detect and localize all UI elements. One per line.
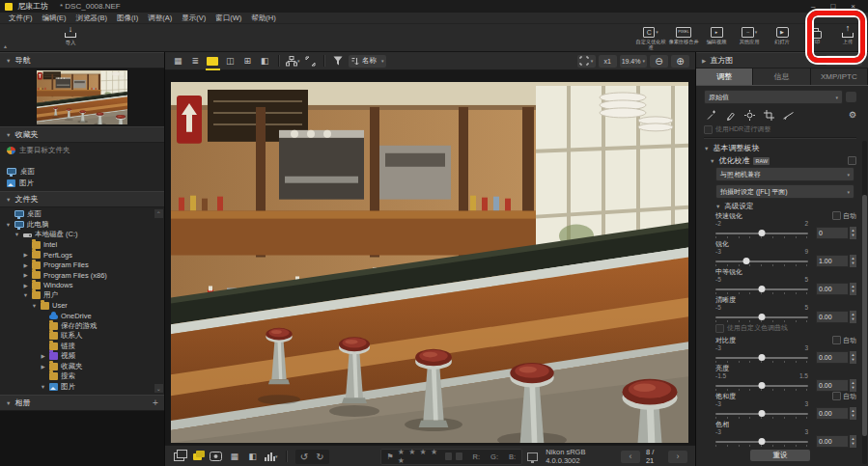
expander-icon[interactable]: ▶ [22,272,29,278]
menu-item-window[interactable]: 窗口(W) [210,14,246,23]
folder-tree-item[interactable]: ▶Windows [0,281,164,291]
slider-value-input[interactable]: 0.00 [816,283,849,295]
straighten-icon[interactable] [783,110,794,121]
menu-item-help[interactable]: 帮助(H) [246,14,280,23]
thumbnail-grid-view-icon[interactable]: ▦ [171,55,185,68]
add-album-button[interactable]: + [153,397,158,408]
slider-track[interactable] [715,357,808,359]
zoom-1to1-button[interactable]: x1 [599,55,617,68]
folder-tree-item[interactable]: ▼本地磁盘 (C:) [0,230,164,240]
folder-tree-item[interactable]: 搜索 [0,371,164,382]
slider-value-input[interactable]: 1.00 [816,255,849,267]
hdr-checkbox[interactable] [704,125,713,134]
split-screen-icon[interactable]: ◧ [246,451,260,463]
value-spinner[interactable]: ▲▼ [850,255,856,267]
folder-tree-item[interactable]: ▶PerfLogs [0,250,164,260]
grid-image-view-icon[interactable]: ⊞ [240,55,255,68]
star-rating[interactable]: ★ ★ ★ ★ ★ [398,448,441,465]
redo-button[interactable]: ↻ [316,452,323,462]
picture-control-header[interactable]: ▼ 优化校准 RAW [710,154,856,167]
menu-item-image[interactable]: 图像(I) [112,14,143,23]
folder-tree-item[interactable]: OneDrive [0,311,164,321]
folder-tree-item[interactable]: ▼此电脑 [0,220,164,231]
multi-image-icon[interactable] [173,451,186,463]
favorite-item-target-folder[interactable]: 主要目标文件夹 [0,145,164,156]
grid-overlay-icon[interactable]: ▦ [228,451,241,463]
folder-tree-item[interactable]: ▶Program Files (x86) [0,270,164,281]
custom-tone-curve-checkbox[interactable] [715,324,724,333]
folder-tree-item[interactable]: ▶收藏夹 [0,362,164,372]
close-button[interactable]: × [851,2,855,11]
undo-button[interactable]: ↺ [300,452,308,462]
menu-item-file[interactable]: 文件(F) [4,14,38,23]
expander-icon[interactable]: ▶ [22,262,29,268]
folder-tree-item[interactable]: ▶Program Files [0,260,164,271]
one-to-one-view-icon[interactable] [210,451,223,463]
version-dropdown[interactable]: 原始值 ▾ [704,90,843,104]
compare-images-icon[interactable] [191,451,205,463]
value-spinner[interactable]: ▲▼ [850,379,856,392]
zoom-percent-dropdown[interactable]: 19.4% ▾ [620,55,647,68]
folder-tree-item[interactable]: 保存的游戏 [0,321,164,332]
retouch-brush-icon[interactable] [725,110,736,121]
slider-value-input[interactable]: 0.00 [816,311,849,323]
zoom-in-button[interactable]: ⊕ [671,55,689,68]
fit-screen-button[interactable]: ▾ [577,55,596,68]
tab-xmp-iptc[interactable]: XMP/IPTC [811,69,868,85]
value-spinner[interactable]: ▲▼ [850,227,856,239]
slider-value-input[interactable]: 0 [816,227,849,239]
toolbar-button-picture-control[interactable]: C▾自定义优化校准 [634,26,667,50]
color-control-point-icon[interactable] [744,110,755,121]
folder-tree-item[interactable]: ▼用户 [0,290,164,301]
slider-track[interactable] [715,316,808,318]
tree-scroll-down-icon[interactable]: ⌄ [154,384,163,393]
expander-icon[interactable]: ▼ [5,222,12,228]
auto-checkbox[interactable] [832,392,841,400]
slider-track[interactable] [715,233,808,234]
menu-item-adjust[interactable]: 调整(A) [143,14,177,23]
favorite-item-desktop[interactable]: 桌面 [0,166,164,178]
picture-control-mode-dropdown[interactable]: 与照相机兼容 ▾ [715,167,854,181]
right-panel-scrollbar[interactable] [862,141,867,464]
basic-adjustments-group-header[interactable]: ▼ 基本调整板块 [704,142,856,154]
tab-info[interactable]: 信息 [753,69,810,85]
folders-panel-header[interactable]: ▼ 文件夹 [0,191,164,207]
slider-value-input[interactable]: 0.00 [816,351,849,364]
toolbar-button-pixel-merge[interactable]: PIXEL像素位移合并 [667,26,700,45]
slider-thumb[interactable] [759,314,766,320]
tab-adjustments[interactable]: 调整 [696,69,753,85]
slider-value-input[interactable]: 0.00 [816,407,849,420]
value-spinner[interactable]: ▲▼ [850,311,856,323]
thumbnail-list-view-icon[interactable]: ≣ [188,55,203,68]
picture-control-checkbox[interactable] [848,156,856,165]
value-spinner[interactable]: ▲▼ [850,283,856,295]
minimize-button[interactable]: – [811,2,815,11]
slider-track[interactable] [715,288,808,290]
value-spinner[interactable]: ▲▼ [850,435,856,448]
expander-icon[interactable]: ▼ [40,384,46,390]
slider-thumb[interactable] [759,438,766,445]
label-toggle-icon[interactable] [445,452,452,460]
slider-track[interactable] [715,441,808,443]
folder-tree-item[interactable]: 桌面 [0,209,164,220]
zoom-out-button[interactable]: ⊖ [650,55,668,68]
menu-item-edit[interactable]: 编辑(E) [38,14,71,23]
auto-checkbox[interactable] [832,211,841,220]
menu-item-browser[interactable]: 浏览器(B) [71,14,113,23]
toolbar-collapse-icon[interactable]: ▲ [3,43,8,49]
expander-icon[interactable]: ▶ [40,364,46,370]
favorite-item-pictures[interactable]: 图片 [0,178,164,189]
scrollbar-thumb[interactable] [862,195,867,436]
navigation-thumbnail[interactable] [37,70,127,124]
folder-tree-item[interactable]: Intel [0,240,164,251]
histogram-panel-header[interactable]: ▶ 直方图 ▾ [696,52,868,69]
expander-icon[interactable]: ▼ [22,292,29,298]
slider-track[interactable] [715,413,808,415]
slider-value-input[interactable]: 0.00 [816,379,849,392]
navigation-panel-header[interactable]: ▼ 导航 [0,52,164,69]
toolbar-button-print[interactable]: 打印 [798,26,831,45]
slider-thumb[interactable] [759,354,766,361]
slider-thumb[interactable] [759,286,766,292]
sort-dropdown[interactable]: 名称 ▾ [349,55,387,68]
crop-icon[interactable] [764,110,774,121]
